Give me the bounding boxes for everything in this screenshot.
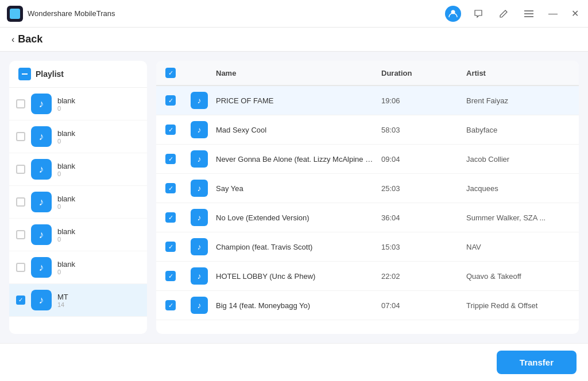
music-note-icon: ♪ bbox=[39, 262, 44, 274]
track-duration: 58:03 bbox=[381, 126, 462, 134]
footer: Transfer bbox=[0, 343, 588, 381]
track-checkbox[interactable] bbox=[165, 183, 176, 193]
track-name: Say Yea bbox=[216, 184, 377, 193]
col-artist: Artist bbox=[466, 69, 570, 77]
track-duration: 07:04 bbox=[381, 301, 462, 310]
edit-button[interactable] bbox=[496, 6, 512, 22]
sidebar-item-icon: ♪ bbox=[31, 257, 52, 278]
track-duration: 15:03 bbox=[381, 243, 462, 251]
sidebar-item[interactable]: ♪ blank 0 bbox=[9, 251, 147, 284]
sidebar-item[interactable]: ♪ blank 0 bbox=[9, 153, 147, 186]
track-row[interactable]: ♪ Mad Sexy Cool 58:03 Babyface bbox=[156, 115, 579, 145]
track-artist: Summer Walker, SZA ... bbox=[466, 213, 570, 222]
col-name: Name bbox=[216, 69, 377, 77]
sidebar-item-checkbox[interactable] bbox=[16, 263, 25, 272]
track-row[interactable]: ♪ Champion (feat. Travis Scott) 15:03 NA… bbox=[156, 232, 579, 262]
track-checkbox[interactable] bbox=[165, 212, 176, 223]
track-row[interactable]: ♪ PRICE OF FAME 19:06 Brent Faiyaz bbox=[156, 86, 579, 115]
track-artist: Trippie Redd & Offset bbox=[466, 301, 570, 310]
music-note-icon: ♪ bbox=[39, 164, 44, 176]
track-checkbox[interactable] bbox=[165, 125, 176, 135]
track-icon: ♪ bbox=[191, 150, 208, 168]
music-note-icon: ♪ bbox=[198, 154, 202, 164]
sidebar-item-count: 0 bbox=[57, 203, 140, 210]
track-icon: ♪ bbox=[191, 267, 208, 285]
track-artist: Jacquees bbox=[466, 184, 570, 193]
sidebar-item-checkbox[interactable] bbox=[16, 165, 25, 174]
track-row[interactable]: ♪ Say Yea 25:03 Jacquees bbox=[156, 174, 579, 203]
track-row[interactable]: ♪ Never Gonna Be Alone (feat. Lizzy McAl… bbox=[156, 145, 579, 174]
music-note-icon: ♪ bbox=[198, 242, 202, 251]
track-name: Champion (feat. Travis Scott) bbox=[216, 243, 377, 251]
chat-button[interactable] bbox=[470, 6, 486, 22]
avatar-button[interactable] bbox=[445, 6, 461, 22]
back-label[interactable]: Back bbox=[18, 33, 42, 45]
track-name: PRICE OF FAME bbox=[216, 96, 377, 105]
sidebar-item-checkbox[interactable] bbox=[16, 132, 25, 141]
sidebar-item-checkbox[interactable] bbox=[16, 296, 25, 305]
track-checkbox[interactable] bbox=[165, 242, 176, 252]
sidebar-item[interactable]: ♪ blank 0 bbox=[9, 120, 147, 153]
playlist-header-icon bbox=[18, 68, 31, 80]
track-name: No Love (Extended Version) bbox=[216, 213, 377, 222]
sidebar-item-checkbox[interactable] bbox=[16, 197, 25, 207]
music-note-icon: ♪ bbox=[198, 301, 202, 310]
sidebar-header-label: Playlist bbox=[36, 69, 64, 79]
sidebar-item-icon: ♪ bbox=[31, 159, 52, 180]
sidebar-item-name: blank bbox=[57, 129, 140, 138]
sidebar-item-info: blank 0 bbox=[57, 96, 140, 112]
transfer-button[interactable]: Transfer bbox=[497, 351, 577, 374]
sidebar-item[interactable]: ♪ blank 0 bbox=[9, 88, 147, 120]
music-note-icon: ♪ bbox=[39, 98, 44, 110]
track-row[interactable]: ♪ HOTEL LOBBY (Unc & Phew) 22:02 Quavo &… bbox=[156, 262, 579, 291]
back-arrow-icon[interactable]: ‹ bbox=[11, 34, 14, 45]
track-duration: 25:03 bbox=[381, 184, 462, 193]
title-bar: Wondershare MobileTrans — ✕ bbox=[0, 0, 588, 28]
track-row[interactable]: ♪ No Love (Extended Version) 36:04 Summe… bbox=[156, 203, 579, 232]
sidebar-item-name: blank bbox=[57, 260, 140, 269]
sidebar-item-info: MT 14 bbox=[57, 293, 140, 308]
track-duration: 19:06 bbox=[381, 96, 462, 105]
sidebar-item-checkbox[interactable] bbox=[16, 99, 25, 108]
music-note-icon: ♪ bbox=[39, 229, 44, 241]
track-artist: Brent Faiyaz bbox=[466, 96, 570, 105]
sidebar-item[interactable]: ♪ blank 0 bbox=[9, 219, 147, 251]
sidebar-item-info: blank 0 bbox=[57, 162, 140, 177]
sidebar-item-name: MT bbox=[57, 293, 140, 301]
track-row[interactable]: ♪ Big 14 (feat. Moneybagg Yo) 07:04 Trip… bbox=[156, 291, 579, 320]
track-checkbox[interactable] bbox=[165, 154, 176, 164]
track-icon: ♪ bbox=[191, 121, 208, 138]
title-bar-controls: — ✕ bbox=[445, 6, 581, 22]
app-icon bbox=[7, 6, 23, 22]
track-icon: ♪ bbox=[191, 180, 208, 197]
track-checkbox[interactable] bbox=[165, 300, 176, 310]
music-note-icon: ♪ bbox=[198, 213, 202, 222]
sidebar-item-info: blank 0 bbox=[57, 227, 140, 243]
sidebar-item-name: blank bbox=[57, 162, 140, 170]
sidebar-item-name: blank bbox=[57, 195, 140, 203]
track-checkbox[interactable] bbox=[165, 95, 176, 106]
sidebar-item[interactable]: ♪ MT 14 bbox=[9, 284, 147, 317]
header-check-all[interactable] bbox=[165, 68, 176, 78]
sidebar-item-count: 0 bbox=[57, 236, 140, 243]
track-icon: ♪ bbox=[191, 238, 208, 255]
minimize-button[interactable]: — bbox=[546, 6, 560, 21]
sidebar-item-count: 0 bbox=[57, 105, 140, 112]
app-title: Wondershare MobileTrans bbox=[28, 9, 115, 18]
sidebar-item-count: 14 bbox=[57, 301, 140, 308]
menu-button[interactable] bbox=[521, 6, 537, 22]
close-button[interactable]: ✕ bbox=[569, 6, 581, 21]
title-bar-left: Wondershare MobileTrans bbox=[7, 6, 445, 22]
sidebar-item-checkbox[interactable] bbox=[16, 230, 25, 239]
app-icon-inner bbox=[10, 9, 20, 19]
music-note-icon: ♪ bbox=[198, 125, 202, 134]
sidebar-item-count: 0 bbox=[57, 269, 140, 275]
track-name: Big 14 (feat. Moneybagg Yo) bbox=[216, 301, 377, 310]
sidebar-item[interactable]: ♪ blank 0 bbox=[9, 186, 147, 219]
track-checkbox[interactable] bbox=[165, 271, 176, 281]
sidebar-item-count: 0 bbox=[57, 170, 140, 177]
track-list: ♪ PRICE OF FAME 19:06 Brent Faiyaz ♪ Mad… bbox=[156, 86, 579, 334]
music-note-icon: ♪ bbox=[39, 131, 44, 143]
track-artist: Babyface bbox=[466, 126, 570, 134]
track-name: Mad Sexy Cool bbox=[216, 126, 377, 134]
